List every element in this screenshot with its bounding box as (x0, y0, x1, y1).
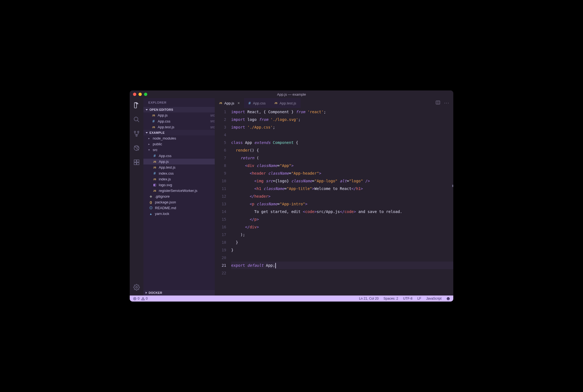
debug-icon[interactable] (133, 144, 140, 152)
editor-tab[interactable]: JSApp.test.js (270, 98, 301, 108)
file-name: registerServiceWorker.js (159, 189, 215, 193)
chevron-down-icon (146, 132, 148, 133)
folder-name: src (153, 148, 215, 152)
file-name: App.test.js (159, 165, 215, 169)
lock-file-icon: ▲ (148, 212, 153, 215)
file-name: App.js (158, 113, 209, 117)
svg-rect-7 (134, 163, 136, 165)
extensions-icon[interactable] (133, 158, 140, 166)
js-file-icon: JS (219, 102, 222, 104)
code-editor[interactable]: 12345678910111213141516171819202122 impo… (215, 108, 453, 296)
search-icon[interactable] (133, 116, 140, 123)
source-control-icon[interactable] (133, 130, 140, 138)
docker-label: DOCKER (149, 291, 162, 294)
open-editor-item[interactable]: #App.csssrc (143, 118, 215, 124)
split-editor-icon[interactable] (435, 100, 440, 106)
css-file-icon: # (152, 154, 157, 158)
info-file-icon: ⓘ (148, 206, 153, 210)
svg-rect-9 (137, 160, 139, 162)
css-file-icon: # (151, 119, 156, 123)
more-actions-icon[interactable]: ··· (444, 101, 449, 106)
editor-tab[interactable]: JSApp.js× (215, 98, 244, 108)
titlebar: App.js — example (130, 90, 453, 98)
sidebar: EXPLORER OPEN EDITORS JSApp.jssrc#App.cs… (143, 98, 215, 296)
chevron-down-icon: ▾ (148, 148, 151, 151)
file-item[interactable]: ⓘREADME.md (143, 205, 215, 211)
file-item[interactable]: {}package.json (143, 199, 215, 205)
file-item[interactable]: JSregisterServiceWorker.js (143, 188, 215, 194)
file-item[interactable]: JSindex.js (143, 176, 215, 182)
close-tab-icon[interactable]: × (237, 101, 240, 105)
cursor-position[interactable]: Ln 21, Col 20 (359, 297, 378, 300)
file-item[interactable]: JSApp.js (143, 159, 215, 164)
file-path: src (210, 119, 215, 123)
svg-point-10 (136, 286, 137, 288)
minimize-window-button[interactable] (138, 93, 142, 96)
encoding-status[interactable]: UTF-8 (403, 297, 412, 300)
warnings-count: 0 (146, 297, 148, 300)
warnings-status[interactable]: 0 (141, 297, 148, 300)
tab-bar: JSApp.js×#App.cssJSApp.test.js ··· (215, 98, 453, 108)
line-number-gutter: 12345678910111213141516171819202122 (215, 108, 231, 296)
close-window-button[interactable] (133, 93, 136, 96)
file-name: .gitignore (155, 194, 215, 198)
minimap[interactable] (452, 185, 453, 187)
svg-line-1 (137, 120, 139, 122)
file-name: App.js (159, 160, 215, 164)
window-title: App.js — example (130, 92, 453, 96)
chevron-down-icon (146, 109, 148, 110)
folder-item[interactable]: ▸public (143, 141, 215, 147)
json-file-icon: {} (148, 201, 153, 204)
language-status[interactable]: JavaScript (426, 297, 442, 300)
git-file-icon: ◆ (148, 195, 153, 198)
project-header[interactable]: EXAMPLE (143, 130, 215, 135)
code-content[interactable]: import React, { Component } from 'react'… (231, 108, 453, 296)
file-name: index.js (159, 177, 215, 181)
svg-point-20 (449, 298, 449, 299)
file-name: App.test.js (158, 125, 209, 129)
file-name: App.css (159, 154, 215, 158)
tab-label: App.css (253, 101, 265, 105)
docker-header[interactable]: DOCKER (143, 290, 215, 296)
file-item[interactable]: ▲yarn.lock (143, 211, 215, 217)
folder-item[interactable]: ▸node_modules (143, 135, 215, 141)
eol-status[interactable]: LF (417, 297, 421, 300)
open-editors-header[interactable]: OPEN EDITORS (143, 107, 215, 112)
svg-point-18 (447, 297, 450, 300)
maximize-window-button[interactable] (144, 93, 147, 96)
file-path: src (210, 113, 215, 117)
settings-gear-icon[interactable] (133, 283, 140, 291)
indentation-status[interactable]: Spaces: 2 (384, 297, 398, 300)
open-editor-item[interactable]: JSApp.test.jssrc (143, 124, 215, 130)
js-file-icon: JS (152, 166, 157, 169)
file-item[interactable]: #index.css (143, 170, 215, 176)
file-item[interactable]: ◧logo.svg (143, 182, 215, 188)
window-controls (133, 93, 147, 96)
js-file-icon: JS (151, 126, 156, 129)
file-item[interactable]: ◆.gitignore (143, 194, 215, 199)
file-name: README.md (155, 206, 215, 210)
file-name: App.css (158, 119, 209, 123)
svg-point-17 (143, 299, 143, 299)
svg-file-icon: ◧ (152, 183, 157, 187)
folder-item-src[interactable]: ▾src (143, 147, 215, 153)
chevron-right-icon (146, 292, 147, 294)
svg-rect-8 (137, 163, 139, 165)
feedback-smiley-icon[interactable] (446, 297, 450, 300)
folder-name: node_modules (153, 136, 215, 140)
file-item[interactable]: #App.css (143, 153, 215, 159)
svg-point-4 (136, 135, 137, 137)
status-bar: 0 0 Ln 21, Col 20 Spaces: 2 UTF-8 LF Jav… (130, 296, 453, 302)
file-item[interactable]: JSApp.test.js (143, 164, 215, 170)
js-file-icon: JS (152, 160, 157, 163)
folder-name: public (153, 142, 215, 146)
explorer-icon[interactable] (133, 101, 140, 109)
file-name: index.css (159, 171, 215, 175)
errors-status[interactable]: 0 (133, 297, 140, 300)
svg-rect-6 (134, 160, 136, 162)
open-editor-item[interactable]: JSApp.jssrc (143, 112, 215, 118)
editor-tab[interactable]: #App.css (244, 98, 270, 108)
js-file-icon: JS (152, 178, 157, 181)
file-name: yarn.lock (155, 212, 215, 216)
svg-point-0 (134, 117, 138, 121)
